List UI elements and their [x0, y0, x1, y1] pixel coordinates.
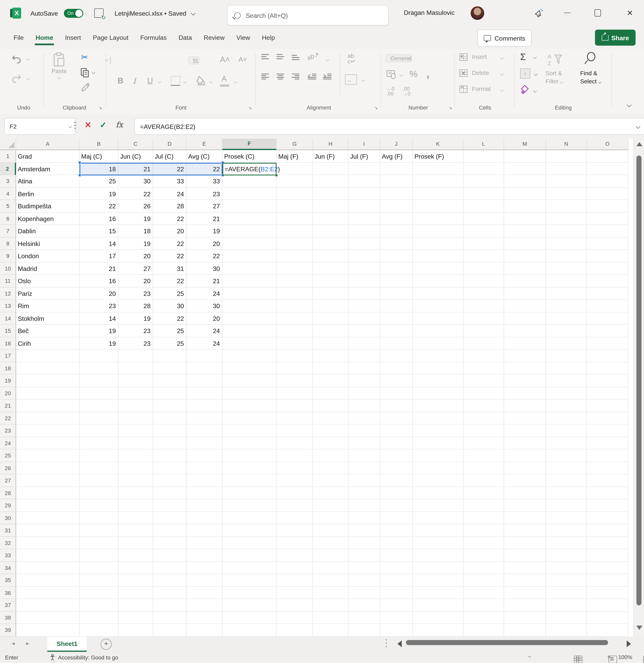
row-header-10[interactable]: 10 [0, 262, 16, 275]
excel-app-icon[interactable]: X [10, 7, 21, 19]
cell-L32[interactable] [464, 536, 504, 549]
row-header-34[interactable]: 34 [0, 562, 16, 574]
cell-E30[interactable] [186, 512, 222, 524]
font-color-icon[interactable]: A [222, 74, 227, 83]
cell-M4[interactable] [504, 187, 546, 200]
align-right-icon[interactable] [292, 73, 299, 79]
cell-M26[interactable] [504, 462, 546, 474]
cell-M11[interactable] [504, 275, 546, 287]
decrease-decimal-icon[interactable]: .00→0 [402, 86, 410, 96]
cell-F20[interactable] [222, 387, 276, 399]
cell-G36[interactable] [276, 587, 313, 599]
cell-C28[interactable] [118, 487, 153, 499]
cell-F17[interactable] [222, 349, 276, 362]
ribbon-tab-data[interactable]: Data [173, 29, 198, 46]
cell-G20[interactable] [276, 387, 313, 399]
cell-D29[interactable] [153, 499, 186, 512]
cell-M17[interactable] [504, 349, 546, 362]
cell-M1[interactable] [504, 150, 546, 163]
cell-K35[interactable] [413, 574, 463, 587]
cell-E27[interactable] [186, 474, 222, 487]
cell-I4[interactable] [349, 187, 380, 200]
orientation-dropdown-icon[interactable] [326, 58, 329, 61]
cell-J3[interactable] [380, 175, 413, 187]
cell-A26[interactable] [16, 462, 80, 474]
cell-I28[interactable] [349, 487, 380, 499]
cell-J33[interactable] [380, 549, 413, 562]
cell-M3[interactable] [504, 175, 546, 187]
column-header-L[interactable]: L [464, 139, 504, 150]
cell-D15[interactable]: 25 [153, 325, 186, 337]
cell-F34[interactable] [222, 562, 276, 574]
cell-D21[interactable] [153, 399, 186, 412]
row-header-31[interactable]: 31 [0, 524, 16, 536]
cell-D8[interactable]: 22 [153, 237, 186, 250]
cell-O20[interactable] [587, 387, 628, 399]
cell-F32[interactable] [222, 536, 276, 549]
cell-M31[interactable] [504, 524, 546, 536]
cell-E28[interactable] [186, 487, 222, 499]
cell-L29[interactable] [464, 499, 504, 512]
cell-G19[interactable] [276, 374, 313, 387]
confirm-formula-icon[interactable]: ✓ [100, 120, 107, 130]
cell-A39[interactable] [16, 624, 80, 637]
cell-C11[interactable]: 20 [118, 275, 153, 287]
vertical-scrollbar-thumb[interactable] [637, 156, 642, 605]
align-top-icon[interactable] [261, 54, 269, 60]
cell-H2[interactable] [313, 163, 349, 175]
cell-E38[interactable] [186, 612, 222, 624]
cell-J35[interactable] [380, 574, 413, 587]
insert-dropdown-icon[interactable] [500, 56, 504, 60]
cell-L24[interactable] [464, 437, 504, 449]
scroll-up-icon[interactable] [637, 142, 642, 146]
cell-E31[interactable] [186, 524, 222, 536]
cell-E21[interactable] [186, 399, 222, 412]
cell-I6[interactable] [349, 212, 380, 225]
ribbon-tab-view[interactable]: View [230, 29, 256, 46]
cell-F39[interactable] [222, 624, 276, 637]
cell-K36[interactable] [413, 587, 463, 599]
cell-L36[interactable] [464, 587, 504, 599]
cell-E29[interactable] [186, 499, 222, 512]
row-header-35[interactable]: 35 [0, 574, 16, 587]
cell-M29[interactable] [504, 499, 546, 512]
cell-I26[interactable] [349, 462, 380, 474]
undo-button[interactable] [11, 54, 22, 67]
cell-B2[interactable]: 18 [80, 163, 118, 175]
row-header-5[interactable]: 5 [0, 200, 16, 212]
cell-H8[interactable] [313, 237, 349, 250]
cell-H35[interactable] [313, 574, 349, 587]
cell-A32[interactable] [16, 536, 80, 549]
row-header-21[interactable]: 21 [0, 399, 16, 412]
cell-I37[interactable] [349, 599, 380, 612]
row-header-8[interactable]: 8 [0, 237, 16, 250]
cell-O31[interactable] [587, 524, 628, 536]
cell-L21[interactable] [464, 399, 504, 412]
row-header-11[interactable]: 11 [0, 275, 16, 287]
new-sheet-button[interactable]: + [101, 639, 112, 650]
cell-B10[interactable]: 21 [80, 262, 118, 275]
cell-D32[interactable] [153, 536, 186, 549]
cell-F23[interactable] [222, 425, 276, 437]
cell-E5[interactable]: 27 [186, 200, 222, 212]
cell-G18[interactable] [276, 362, 313, 374]
cell-I18[interactable] [349, 362, 380, 374]
row-header-20[interactable]: 20 [0, 387, 16, 399]
cell-K23[interactable] [413, 425, 463, 437]
cell-E26[interactable] [186, 462, 222, 474]
cell-D37[interactable] [153, 599, 186, 612]
cell-L15[interactable] [464, 325, 504, 337]
cell-L26[interactable] [464, 462, 504, 474]
cell-G17[interactable] [276, 349, 313, 362]
cell-J12[interactable] [380, 287, 413, 300]
collapse-ribbon-icon[interactable] [627, 102, 631, 107]
cell-K16[interactable] [413, 337, 463, 349]
cell-H31[interactable] [313, 524, 349, 536]
cell-H37[interactable] [313, 599, 349, 612]
format-dropdown-icon[interactable] [500, 88, 504, 92]
cell-H17[interactable] [313, 349, 349, 362]
cell-G37[interactable] [276, 599, 313, 612]
cell-F27[interactable] [222, 474, 276, 487]
cell-F12[interactable] [222, 287, 276, 300]
cell-C30[interactable] [118, 512, 153, 524]
